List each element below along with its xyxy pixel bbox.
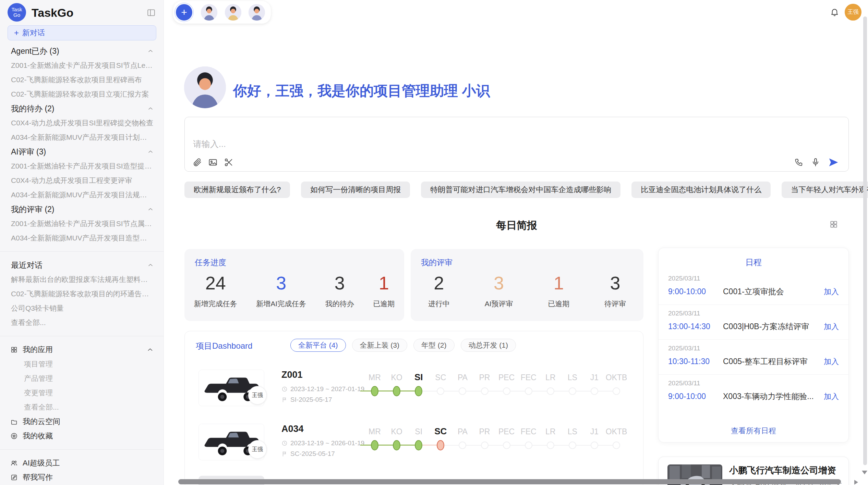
- stat: 1 已逾期: [548, 272, 569, 309]
- sidebar-item[interactable]: C0X4-动力总成开发项目SI里程碑提交物检查: [0, 116, 164, 130]
- sidebar-item[interactable]: A034-全新新能源MUV产品开发项目法规符合性评审: [0, 188, 164, 202]
- dashboard-tab[interactable]: 年型 (2): [413, 339, 455, 352]
- sidebar-item-my-apps[interactable]: 我的应用: [0, 343, 164, 357]
- sidebar-item-star[interactable]: 我的收藏: [0, 429, 164, 443]
- sidebar-tool-people[interactable]: AI超级员工: [0, 456, 164, 470]
- sidebar-item[interactable]: 公司Q3轻卡销量: [0, 301, 164, 315]
- app-sub-item[interactable]: 项目管理: [0, 357, 164, 371]
- sidebar-section-header[interactable]: Agent已办 (3): [0, 44, 164, 58]
- sidebar-item[interactable]: C02-飞腾新能源轻客改款项目里程碑画布: [0, 73, 164, 87]
- new-chat-button[interactable]: + 新对话: [8, 25, 156, 40]
- view-all-schedule-link[interactable]: 查看所有日程: [659, 426, 848, 436]
- sidebar-item-cloud[interactable]: 我的云空间: [0, 414, 164, 429]
- dashboard-tab[interactable]: 全新平台 (4): [290, 339, 346, 352]
- app-sub-item[interactable]: 变更管理: [0, 386, 164, 400]
- scroll-right-arrow[interactable]: [854, 480, 858, 485]
- event-name: X003-车辆动力学性能验...: [723, 391, 824, 402]
- project-owner-badge: 王强: [248, 386, 267, 405]
- sidebar-section-header[interactable]: 最近对话: [0, 258, 164, 272]
- chat-input[interactable]: [193, 139, 604, 149]
- dashboard-tab[interactable]: 动总开发 (1): [461, 339, 516, 352]
- greeting-text: 你好，王强，我是你的项目管理助理 小识: [233, 82, 490, 100]
- vertical-scrollbar-thumb[interactable]: [863, 16, 867, 465]
- event-name: C005-整车工程目标评审: [723, 356, 824, 367]
- send-icon[interactable]: [828, 157, 839, 168]
- join-link[interactable]: 加入: [824, 322, 839, 332]
- sidebar-section-header[interactable]: 我的待办 (2): [0, 101, 164, 116]
- event-date: 2025/03/11: [668, 275, 839, 282]
- stat-value: 2: [428, 272, 450, 294]
- sidebar-tool-write[interactable]: 帮我写作: [0, 470, 164, 485]
- project-row-A034[interactable]: 王强 A034 2023-12-19 ~ 2026-01-19 SC-2025-…: [185, 420, 643, 471]
- sidebar-item[interactable]: 查看全部...: [0, 315, 164, 330]
- divider: [0, 336, 164, 336]
- divider: [0, 449, 164, 450]
- event-name: C001-立项审批会: [723, 286, 824, 297]
- flag-icon: [281, 397, 288, 403]
- chev-icon[interactable]: [147, 48, 154, 54]
- scissors-icon[interactable]: [224, 158, 233, 167]
- section-title: AI评审 (3): [11, 147, 147, 157]
- dashboard-tab[interactable]: 全新上装 (3): [352, 339, 408, 352]
- sidebar-section: 我的待办 (2) C0X4-动力总成开发项目SI里程碑提交物检查A034-全新新…: [0, 101, 164, 145]
- sidebar-item[interactable]: A034-全新新能源MUV产品开发项目计划变更表编写: [0, 130, 164, 145]
- join-link[interactable]: 加入: [824, 391, 839, 402]
- chev-icon[interactable]: [147, 148, 154, 155]
- suggestion-chip[interactable]: 特朗普可能对进口汽车增税会对中国车企造成哪些影响: [421, 182, 620, 198]
- sidebar-item[interactable]: Z001-全新燃油皮卡产品开发项目SI节点Lesson Learn报告: [0, 58, 164, 73]
- project-date-range: 2023-12-19 ~ 2027-01-19: [281, 385, 364, 393]
- chev-icon[interactable]: [147, 262, 154, 269]
- agent-avatar-2[interactable]: [225, 4, 241, 21]
- image-upload-icon[interactable]: [208, 158, 218, 167]
- agent-avatar-3[interactable]: [249, 4, 265, 21]
- stat-label: 我的待办: [325, 299, 354, 309]
- project-date-range: 2023-12-19 ~ 2026-01-19: [281, 439, 364, 447]
- sidebar-item[interactable]: Z001-全新燃油轻卡产品开发项目SI节点属性5D文件评审: [0, 216, 164, 231]
- user-avatar[interactable]: 王强: [845, 4, 861, 21]
- chev-icon[interactable]: [147, 105, 154, 112]
- suggestion-chip[interactable]: 当下年轻人对汽车外观有怎样的喜好趋势: [782, 182, 868, 198]
- microphone-icon[interactable]: [811, 158, 820, 167]
- suggestion-chip[interactable]: 欧洲新规最近颁布了什么?: [184, 182, 290, 198]
- milestone-node: [393, 440, 400, 450]
- add-agent-button[interactable]: +: [176, 4, 192, 21]
- scroll-down-arrow[interactable]: [862, 471, 867, 474]
- app-sub-item[interactable]: 查看全部...: [0, 400, 164, 414]
- sidebar-item[interactable]: C02-飞腾新能源轻客改款项目立项汇报方案: [0, 87, 164, 101]
- my-review-card: 我的评审 2 进行中 3 AI预评审 1 已逾期 3 待评审: [411, 249, 643, 321]
- stat: 3 新增AI完成任务: [256, 272, 306, 309]
- divider: [0, 251, 164, 252]
- layout-grid-icon[interactable]: [829, 220, 838, 229]
- horizontal-scrollbar-thumb[interactable]: [178, 479, 841, 484]
- notification-bell-icon[interactable]: [830, 8, 839, 17]
- sidebar-section-header[interactable]: 我的评审 (2): [0, 202, 164, 216]
- project-milestone-date: SC-2025-05-17: [281, 450, 335, 458]
- schedule-event: 2025/03/11 10:30-11:30 C005-整车工程目标评审 加入: [659, 340, 848, 375]
- milestone-node: [437, 440, 444, 450]
- join-link[interactable]: 加入: [824, 357, 839, 367]
- sidebar-item[interactable]: C0X4-动力总成开发项目工程变更评审: [0, 173, 164, 188]
- suggestion-chip[interactable]: 如何写一份清晰的项目周报: [301, 182, 410, 198]
- stat-label: 已逾期: [373, 299, 395, 309]
- suggestion-chip[interactable]: 比亚迪全固态电池计划具体说了什么: [631, 182, 771, 198]
- join-link[interactable]: 加入: [824, 287, 839, 297]
- collapse-sidebar-icon[interactable]: [147, 8, 156, 17]
- sidebar-item[interactable]: A034-全新新能源MUV产品开发项目造型可行性评审: [0, 231, 164, 245]
- milestone-node: [547, 442, 554, 449]
- milestone-node: [393, 386, 400, 396]
- sidebar-item[interactable]: C02-飞腾新能源轻客改款项目的闭环通告反馈情况: [0, 287, 164, 301]
- app-sub-item[interactable]: 产品管理: [0, 371, 164, 386]
- card-title: 任务进度: [195, 257, 226, 268]
- sidebar-item[interactable]: Z001-全新燃油轻卡产品开发项目SI造型提交物评审: [0, 159, 164, 173]
- apps-grid-icon: [10, 346, 18, 353]
- chev-icon[interactable]: [147, 206, 154, 213]
- daily-brief-title: 每日简报: [184, 219, 849, 233]
- chat-input-box: [184, 117, 849, 172]
- attachment-icon[interactable]: [192, 158, 202, 167]
- sidebar-section-header[interactable]: AI评审 (3): [0, 145, 164, 159]
- project-row-Z001[interactable]: 王强 Z001 2023-12-19 ~ 2027-01-19 SI-2025-…: [185, 365, 643, 417]
- agent-avatar-1[interactable]: [201, 4, 217, 21]
- phone-icon[interactable]: [794, 158, 804, 167]
- chevron-up-icon[interactable]: [146, 346, 154, 353]
- sidebar-item[interactable]: 解释最新出台的欧盟报废车法规再生塑料比例被调至15%...: [0, 272, 164, 287]
